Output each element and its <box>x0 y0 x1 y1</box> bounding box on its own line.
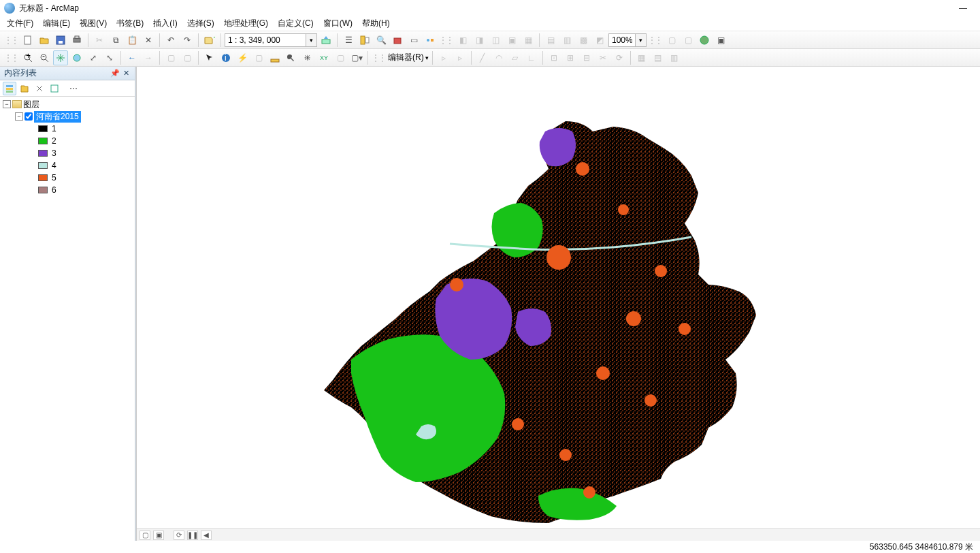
toc-close-button[interactable]: ✕ <box>121 69 131 78</box>
layout-button2[interactable]: ▢ <box>681 33 696 48</box>
split-button[interactable]: ✂ <box>595 50 610 65</box>
toc-tab-drawing-order[interactable] <box>3 82 16 95</box>
scale-combo[interactable]: ▾ <box>225 33 317 47</box>
back-button[interactable]: ← <box>125 50 140 65</box>
right-angle-button[interactable]: ∟ <box>524 50 539 65</box>
measure-button[interactable] <box>267 50 282 65</box>
zoomin-button[interactable]: + <box>20 50 35 65</box>
toc-tab-source[interactable] <box>18 82 31 95</box>
scale-input[interactable] <box>225 33 306 47</box>
fixed-zoomout-button[interactable]: ⤡ <box>102 50 117 65</box>
layout-view-tab[interactable]: ▣ <box>153 531 164 540</box>
georef-button[interactable]: ◧ <box>455 33 470 48</box>
clear-selection-button[interactable]: ▢ <box>180 50 195 65</box>
layout-button1[interactable]: ▢ <box>664 33 679 48</box>
arc-segment-button[interactable]: ◠ <box>491 50 506 65</box>
toolbar-grip[interactable]: ⋮⋮ <box>439 35 453 45</box>
map-canvas[interactable] <box>137 67 980 528</box>
minimize-button[interactable]: — <box>950 1 976 16</box>
toc-root[interactable]: − 图层 <box>3 98 132 110</box>
undo-button[interactable]: ↶ <box>163 33 178 48</box>
georef-button4[interactable]: ▣ <box>504 33 519 48</box>
redo-button[interactable]: ↷ <box>180 33 195 48</box>
layout-button3[interactable] <box>697 33 712 48</box>
new-button[interactable] <box>20 33 35 48</box>
toolbar-grip[interactable]: ⋮⋮ <box>648 35 662 45</box>
hyperlink-button[interactable]: ⚡ <box>235 50 250 65</box>
georef-button5[interactable]: ▦ <box>521 33 536 48</box>
layer-visibility-checkbox[interactable] <box>24 112 33 121</box>
python-button[interactable]: ▭ <box>406 33 421 48</box>
menu-select[interactable]: 选择(S) <box>187 18 214 29</box>
find-route-button[interactable]: ⛯ <box>300 50 315 65</box>
cut-button[interactable]: ✂ <box>92 33 107 48</box>
menu-insert[interactable]: 插入(I) <box>153 18 177 29</box>
reshape-button[interactable]: ⊞ <box>563 50 578 65</box>
sketch-properties-button[interactable]: ▤ <box>651 50 666 65</box>
trace-button[interactable]: ▱ <box>508 50 523 65</box>
rotate-button[interactable]: ⟳ <box>612 50 627 65</box>
zoom-input[interactable] <box>608 33 636 47</box>
identify-button[interactable]: i <box>218 50 233 65</box>
layout-button4[interactable]: ▣ <box>713 33 728 48</box>
editor-dropdown-arrow[interactable]: ▾ <box>425 54 429 61</box>
search-button[interactable]: 🔍 <box>374 33 389 48</box>
refresh-button[interactable]: ⟳ <box>174 531 184 540</box>
georef-button9[interactable]: ◩ <box>592 33 607 48</box>
georef-button6[interactable]: ▤ <box>543 33 558 48</box>
toolbar-grip[interactable]: ⋮⋮ <box>4 35 18 45</box>
toc-options-button[interactable]: ⋯ <box>67 82 80 95</box>
toolbar-grip[interactable]: ⋮⋮ <box>4 53 18 63</box>
menu-file[interactable]: 文件(F) <box>7 18 33 29</box>
edit-vertices-button[interactable]: ⊡ <box>546 50 561 65</box>
toc-tab-selection[interactable] <box>48 82 61 95</box>
collapse-icon[interactable]: − <box>15 112 23 121</box>
georef-button8[interactable]: ▩ <box>576 33 591 48</box>
legend-row[interactable]: 1 <box>38 123 132 135</box>
straight-segment-button[interactable]: ╱ <box>475 50 490 65</box>
find-button[interactable] <box>284 50 299 65</box>
toc-layer-label[interactable]: 河南省2015 <box>34 111 81 123</box>
edit-tool-button[interactable]: ▹ <box>436 50 451 65</box>
add-data-button[interactable]: ＋ <box>202 33 217 48</box>
select-element-button[interactable] <box>202 50 217 65</box>
menu-window[interactable]: 窗口(W) <box>323 18 353 29</box>
attributes-button[interactable]: ▦ <box>634 50 649 65</box>
georef-button3[interactable]: ◫ <box>488 33 503 48</box>
data-view-tab[interactable]: ▢ <box>140 531 150 540</box>
menu-bookmark[interactable]: 书签(B) <box>116 18 144 29</box>
paste-button[interactable]: 📋 <box>125 33 140 48</box>
editor-menu[interactable]: 编辑器(R) <box>388 52 424 63</box>
menu-view[interactable]: 视图(V) <box>80 18 107 29</box>
toolbar-grip[interactable]: ⋮⋮ <box>372 53 385 63</box>
copy-button[interactable]: ⧉ <box>108 33 123 48</box>
menu-geoprocess[interactable]: 地理处理(G) <box>224 18 268 29</box>
scale-dropdown[interactable]: ▾ <box>306 33 317 47</box>
menu-edit[interactable]: 编辑(E) <box>43 18 70 29</box>
create-viewer-button[interactable]: ▢▾ <box>349 50 364 65</box>
html-popup-button[interactable]: ▢ <box>251 50 266 65</box>
open-button[interactable] <box>37 33 52 48</box>
select-features-button[interactable]: ▢ <box>163 50 178 65</box>
toc-layer-row[interactable]: − 河南省2015 <box>3 110 132 123</box>
georef-button2[interactable]: ◨ <box>472 33 487 48</box>
menu-help[interactable]: 帮助(H) <box>362 18 390 29</box>
modelbuilder-button[interactable] <box>423 33 438 48</box>
collapse-icon[interactable]: − <box>3 100 11 108</box>
delete-button[interactable]: ✕ <box>141 33 156 48</box>
scroll-left-button[interactable]: ◀ <box>201 531 212 540</box>
legend-row[interactable]: 4 <box>38 159 132 172</box>
cut-polygon-button[interactable]: ⊟ <box>579 50 594 65</box>
editor-toolbar-button[interactable] <box>318 33 333 48</box>
zoom-dropdown[interactable]: ▾ <box>636 33 647 47</box>
legend-row[interactable]: 6 <box>38 184 132 196</box>
edit-annotation-button[interactable]: ▹ <box>453 50 468 65</box>
legend-row[interactable]: 3 <box>38 147 132 159</box>
pan-button[interactable] <box>53 50 68 65</box>
forward-button[interactable]: → <box>141 50 156 65</box>
toc-toggle-button[interactable]: ☰ <box>341 33 356 48</box>
catalog-button[interactable] <box>357 33 372 48</box>
fixed-zoomin-button[interactable]: ⤢ <box>86 50 101 65</box>
print-button[interactable] <box>69 33 84 48</box>
arctoolbox-button[interactable] <box>390 33 405 48</box>
